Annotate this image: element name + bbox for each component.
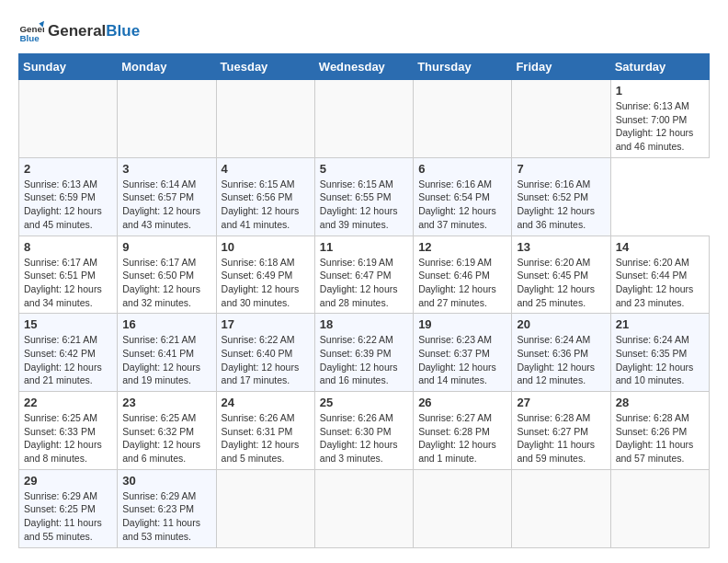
calendar-day-cell: 25Sunrise: 6:26 AMSunset: 6:30 PMDayligh… xyxy=(314,392,413,470)
day-info: Sunrise: 6:20 AMSunset: 6:44 PMDaylight:… xyxy=(616,256,704,310)
day-info: Sunrise: 6:29 AMSunset: 6:23 PMDaylight:… xyxy=(122,489,210,544)
calendar-day-cell: 13Sunrise: 6:20 AMSunset: 6:45 PMDayligh… xyxy=(512,236,610,314)
day-number: 11 xyxy=(320,240,408,254)
day-number: 12 xyxy=(418,240,506,254)
day-info: Sunrise: 6:13 AMSunset: 6:59 PMDaylight:… xyxy=(24,178,112,232)
calendar-day-cell: 17Sunrise: 6:22 AMSunset: 6:40 PMDayligh… xyxy=(216,314,314,392)
calendar-day-cell: 22Sunrise: 6:25 AMSunset: 6:33 PMDayligh… xyxy=(19,392,118,470)
calendar-week-row: 2Sunrise: 6:13 AMSunset: 6:59 PMDaylight… xyxy=(19,157,710,236)
calendar-day-cell: 1Sunrise: 6:13 AMSunset: 7:00 PMDaylight… xyxy=(610,80,709,158)
day-of-week-header: Tuesday xyxy=(216,54,314,80)
calendar-day-cell: 3Sunrise: 6:14 AMSunset: 6:57 PMDaylight… xyxy=(118,157,216,236)
calendar-day-cell xyxy=(216,469,314,547)
calendar-week-row: 1Sunrise: 6:13 AMSunset: 7:00 PMDaylight… xyxy=(19,80,710,158)
calendar-body: 1Sunrise: 6:13 AMSunset: 7:00 PMDaylight… xyxy=(19,80,710,548)
day-number: 30 xyxy=(122,474,210,488)
day-info: Sunrise: 6:21 AMSunset: 6:42 PMDaylight:… xyxy=(24,333,112,387)
calendar-day-cell xyxy=(314,469,413,547)
calendar-day-cell: 18Sunrise: 6:22 AMSunset: 6:39 PMDayligh… xyxy=(314,314,413,392)
calendar-day-cell: 21Sunrise: 6:24 AMSunset: 6:35 PMDayligh… xyxy=(610,314,709,392)
day-of-week-header: Monday xyxy=(118,54,216,80)
day-number: 23 xyxy=(122,396,210,409)
calendar-day-cell: 15Sunrise: 6:21 AMSunset: 6:42 PMDayligh… xyxy=(19,314,118,392)
calendar-day-cell: 26Sunrise: 6:27 AMSunset: 6:28 PMDayligh… xyxy=(414,392,512,470)
day-info: Sunrise: 6:19 AMSunset: 6:47 PMDaylight:… xyxy=(320,256,408,310)
calendar-week-row: 29Sunrise: 6:29 AMSunset: 6:25 PMDayligh… xyxy=(19,469,710,547)
calendar-day-cell: 29Sunrise: 6:29 AMSunset: 6:25 PMDayligh… xyxy=(19,469,118,547)
day-of-week-header: Sunday xyxy=(19,54,118,80)
calendar-day-cell: 16Sunrise: 6:21 AMSunset: 6:41 PMDayligh… xyxy=(118,314,216,392)
day-number: 7 xyxy=(517,162,605,176)
day-number: 2 xyxy=(24,162,112,176)
day-info: Sunrise: 6:25 AMSunset: 6:33 PMDaylight:… xyxy=(24,411,112,465)
calendar-week-row: 8Sunrise: 6:17 AMSunset: 6:51 PMDaylight… xyxy=(19,236,710,314)
day-info: Sunrise: 6:26 AMSunset: 6:31 PMDaylight:… xyxy=(222,411,310,465)
day-number: 16 xyxy=(122,317,210,331)
logo-general: General xyxy=(48,22,106,40)
day-number: 9 xyxy=(122,240,210,254)
day-info: Sunrise: 6:14 AMSunset: 6:57 PMDaylight:… xyxy=(122,178,210,232)
calendar-table: SundayMondayTuesdayWednesdayThursdayFrid… xyxy=(18,53,710,548)
calendar-day-cell xyxy=(314,80,413,158)
day-info: Sunrise: 6:25 AMSunset: 6:32 PMDaylight:… xyxy=(122,411,210,465)
calendar-day-cell: 9Sunrise: 6:17 AMSunset: 6:50 PMDaylight… xyxy=(118,236,216,314)
day-number: 25 xyxy=(320,396,408,409)
day-number: 13 xyxy=(517,240,605,254)
day-number: 15 xyxy=(24,317,112,331)
day-info: Sunrise: 6:16 AMSunset: 6:52 PMDaylight:… xyxy=(517,178,605,232)
calendar-day-cell xyxy=(512,469,610,547)
day-number: 19 xyxy=(418,317,506,331)
calendar-header-row: SundayMondayTuesdayWednesdayThursdayFrid… xyxy=(19,54,710,80)
day-info: Sunrise: 6:21 AMSunset: 6:41 PMDaylight:… xyxy=(122,333,210,387)
calendar-day-cell xyxy=(216,80,314,158)
logo-blue: Blue xyxy=(106,22,140,40)
calendar-day-cell: 4Sunrise: 6:15 AMSunset: 6:56 PMDaylight… xyxy=(216,157,314,236)
day-info: Sunrise: 6:29 AMSunset: 6:25 PMDaylight:… xyxy=(24,489,112,544)
calendar-day-cell: 23Sunrise: 6:25 AMSunset: 6:32 PMDayligh… xyxy=(118,392,216,470)
day-info: Sunrise: 6:13 AMSunset: 7:00 PMDaylight:… xyxy=(616,99,704,154)
day-info: Sunrise: 6:24 AMSunset: 6:35 PMDaylight:… xyxy=(616,333,704,387)
logo: General Blue GeneralBlue xyxy=(18,18,140,44)
day-info: Sunrise: 6:26 AMSunset: 6:30 PMDaylight:… xyxy=(320,411,408,465)
day-info: Sunrise: 6:20 AMSunset: 6:45 PMDaylight:… xyxy=(517,256,605,310)
calendar-week-row: 15Sunrise: 6:21 AMSunset: 6:42 PMDayligh… xyxy=(19,314,710,392)
calendar-day-cell: 27Sunrise: 6:28 AMSunset: 6:27 PMDayligh… xyxy=(512,392,610,470)
day-number: 4 xyxy=(222,162,310,176)
calendar-day-cell: 7Sunrise: 6:16 AMSunset: 6:52 PMDaylight… xyxy=(512,157,610,236)
day-number: 17 xyxy=(222,317,310,331)
calendar-day-cell: 8Sunrise: 6:17 AMSunset: 6:51 PMDaylight… xyxy=(19,236,118,314)
day-info: Sunrise: 6:24 AMSunset: 6:36 PMDaylight:… xyxy=(517,333,605,387)
calendar-day-cell xyxy=(118,80,216,158)
day-number: 27 xyxy=(517,396,605,409)
header: General Blue GeneralBlue xyxy=(18,18,710,44)
svg-text:Blue: Blue xyxy=(19,33,40,43)
day-of-week-header: Friday xyxy=(512,54,610,80)
calendar-day-cell: 20Sunrise: 6:24 AMSunset: 6:36 PMDayligh… xyxy=(512,314,610,392)
day-number: 1 xyxy=(616,84,704,98)
day-number: 6 xyxy=(418,162,506,176)
day-info: Sunrise: 6:22 AMSunset: 6:40 PMDaylight:… xyxy=(222,333,310,387)
day-info: Sunrise: 6:27 AMSunset: 6:28 PMDaylight:… xyxy=(418,411,506,465)
day-info: Sunrise: 6:28 AMSunset: 6:27 PMDaylight:… xyxy=(517,411,605,465)
day-info: Sunrise: 6:17 AMSunset: 6:50 PMDaylight:… xyxy=(122,256,210,310)
day-number: 5 xyxy=(320,162,408,176)
calendar-day-cell: 30Sunrise: 6:29 AMSunset: 6:23 PMDayligh… xyxy=(118,469,216,547)
day-number: 10 xyxy=(222,240,310,254)
day-of-week-header: Wednesday xyxy=(314,54,413,80)
day-info: Sunrise: 6:17 AMSunset: 6:51 PMDaylight:… xyxy=(24,256,112,310)
day-number: 8 xyxy=(24,240,112,254)
calendar-day-cell: 19Sunrise: 6:23 AMSunset: 6:37 PMDayligh… xyxy=(414,314,512,392)
calendar-day-cell: 12Sunrise: 6:19 AMSunset: 6:46 PMDayligh… xyxy=(414,236,512,314)
day-info: Sunrise: 6:15 AMSunset: 6:55 PMDaylight:… xyxy=(320,178,408,232)
day-number: 26 xyxy=(418,396,506,409)
calendar-day-cell: 11Sunrise: 6:19 AMSunset: 6:47 PMDayligh… xyxy=(314,236,413,314)
day-info: Sunrise: 6:22 AMSunset: 6:39 PMDaylight:… xyxy=(320,333,408,387)
calendar-day-cell: 6Sunrise: 6:16 AMSunset: 6:54 PMDaylight… xyxy=(414,157,512,236)
calendar-day-cell: 2Sunrise: 6:13 AMSunset: 6:59 PMDaylight… xyxy=(19,157,118,236)
calendar-day-cell xyxy=(414,469,512,547)
day-number: 18 xyxy=(320,317,408,331)
day-number: 29 xyxy=(24,474,112,488)
calendar-day-cell: 24Sunrise: 6:26 AMSunset: 6:31 PMDayligh… xyxy=(216,392,314,470)
day-info: Sunrise: 6:23 AMSunset: 6:37 PMDaylight:… xyxy=(418,333,506,387)
day-info: Sunrise: 6:15 AMSunset: 6:56 PMDaylight:… xyxy=(222,178,310,232)
